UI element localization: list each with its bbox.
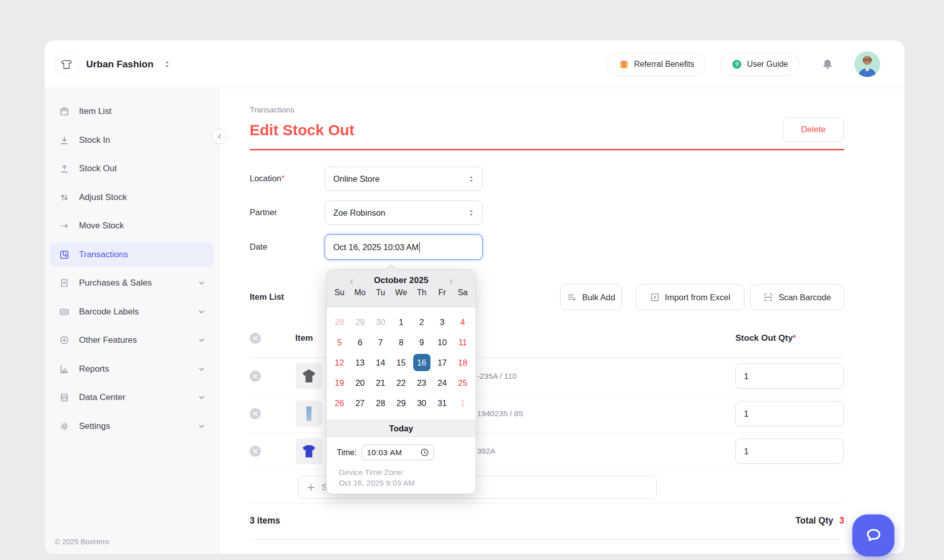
column-header-item: Item bbox=[295, 333, 313, 343]
calendar-day[interactable]: 9 bbox=[411, 332, 432, 352]
delete-button[interactable]: Delete bbox=[783, 117, 844, 142]
plus-icon bbox=[306, 483, 316, 492]
calendar-day[interactable]: 7 bbox=[370, 332, 391, 352]
sidebar-item-item-list[interactable]: Item List bbox=[50, 99, 214, 124]
calendar-day[interactable]: 4 bbox=[452, 312, 473, 332]
calendar-day[interactable]: 30 bbox=[411, 393, 432, 413]
sidebar-item-transactions[interactable]: Transactions bbox=[50, 243, 214, 267]
user-guide-button[interactable]: ? User Guide bbox=[720, 53, 800, 76]
location-select[interactable]: Online Store bbox=[325, 167, 483, 191]
item-sku: 1940235 / 85 bbox=[477, 409, 523, 418]
remove-item-button[interactable] bbox=[250, 408, 261, 419]
chevron-down-icon bbox=[198, 336, 206, 344]
calendar-day[interactable]: 22 bbox=[391, 373, 412, 393]
stock-out-qty-input[interactable] bbox=[735, 401, 844, 426]
total-qty-value: 3 bbox=[839, 515, 844, 526]
sidebar-item-stock-out[interactable]: Stock Out bbox=[50, 156, 214, 181]
remove-item-button[interactable] bbox=[250, 371, 261, 382]
item-sku: 392A bbox=[477, 447, 495, 456]
calendar-day[interactable]: 8 bbox=[391, 332, 412, 352]
sidebar-item-reports[interactable]: Reports bbox=[50, 357, 214, 381]
stock-out-qty-input[interactable] bbox=[735, 438, 844, 464]
date-value: Oct 16, 2025 10:03 AM bbox=[333, 243, 419, 252]
calendar-day[interactable]: 19 bbox=[329, 373, 350, 393]
next-month-button[interactable] bbox=[444, 275, 457, 288]
sidebar-item-label: Stock Out bbox=[79, 164, 206, 174]
date-input[interactable]: Oct 16, 2025 10:03 AM bbox=[325, 234, 483, 260]
calendar-day[interactable]: 21 bbox=[370, 373, 391, 393]
text-cursor bbox=[419, 242, 420, 253]
calendar-day[interactable]: 12 bbox=[329, 352, 350, 373]
calendar-day[interactable]: 1 bbox=[452, 393, 473, 413]
gift-icon bbox=[619, 59, 629, 69]
svg-text:X: X bbox=[653, 295, 656, 300]
today-button[interactable]: Today bbox=[327, 420, 476, 437]
partner-select[interactable]: Zoe Robinson bbox=[325, 201, 483, 225]
notifications-button[interactable] bbox=[821, 58, 834, 71]
calendar-day[interactable]: 30 bbox=[370, 312, 391, 332]
previous-month-button[interactable] bbox=[345, 275, 358, 288]
sidebar-item-move-stock[interactable]: Move Stock bbox=[50, 214, 214, 238]
sidebar-item-adjust-stock[interactable]: Adjust Stock bbox=[50, 185, 214, 210]
user-avatar[interactable] bbox=[854, 51, 880, 77]
sidebar-item-data-center[interactable]: Data Center bbox=[50, 385, 214, 410]
calendar-day[interactable]: 18 bbox=[452, 352, 473, 373]
calendar-day[interactable]: 24 bbox=[432, 373, 453, 393]
calendar-day[interactable]: 2 bbox=[411, 312, 432, 332]
calendar-day[interactable]: 20 bbox=[350, 373, 371, 393]
remove-item-button[interactable] bbox=[250, 446, 261, 457]
calendar-day[interactable]: 11 bbox=[452, 332, 473, 352]
sidebar-item-stock-in[interactable]: Stock In bbox=[50, 128, 214, 152]
calendar-day[interactable]: 28 bbox=[370, 393, 391, 413]
calendar-day[interactable]: 29 bbox=[350, 312, 371, 332]
chat-widget-button[interactable] bbox=[852, 514, 894, 556]
calendar-day[interactable]: 29 bbox=[391, 393, 412, 413]
total-qty-label: Total Qty bbox=[796, 515, 834, 526]
stock-out-qty-input[interactable] bbox=[735, 364, 844, 389]
close-icon bbox=[250, 446, 261, 457]
sidebar-item-other-features[interactable]: Other Features bbox=[50, 328, 214, 352]
calendar-day[interactable]: 15 bbox=[391, 352, 412, 373]
time-input[interactable]: 10:03 AM bbox=[362, 445, 434, 460]
calendar-day[interactable]: 6 bbox=[350, 332, 371, 352]
sidebar-item-label: Barcode Labels bbox=[79, 307, 198, 317]
bar-chart-icon bbox=[59, 364, 70, 375]
clock-icon bbox=[420, 448, 429, 457]
import-from-excel-button[interactable]: X Import from Excel bbox=[636, 284, 744, 310]
barcode-icon bbox=[59, 306, 70, 317]
item-list-section-label: Item List bbox=[250, 292, 284, 302]
bulk-add-button[interactable]: Bulk Add bbox=[560, 284, 622, 310]
calendar-day[interactable]: 28 bbox=[329, 312, 350, 332]
calendar-day[interactable]: 25 bbox=[452, 373, 473, 393]
weekday-label: Th bbox=[411, 288, 432, 304]
calendar-day-selected[interactable]: 16 bbox=[411, 352, 432, 373]
calendar-day[interactable]: 10 bbox=[432, 332, 453, 352]
calendar-weekdays: SuMoTuWeThFrSa bbox=[327, 288, 476, 304]
weekday-label: Tu bbox=[370, 288, 391, 304]
sidebar-item-barcode-labels[interactable]: Barcode Labels bbox=[50, 300, 214, 324]
calendar-day[interactable]: 3 bbox=[432, 312, 453, 332]
location-label: Location* bbox=[250, 174, 285, 183]
updown-arrows-icon bbox=[467, 209, 475, 217]
partner-label: Partner bbox=[250, 208, 277, 217]
calendar-day[interactable]: 13 bbox=[350, 352, 371, 373]
move-stock-icon bbox=[59, 220, 70, 231]
clear-all-items-button[interactable] bbox=[250, 333, 261, 344]
calendar-day[interactable]: 17 bbox=[432, 352, 453, 373]
bell-icon bbox=[821, 58, 834, 71]
calendar-day[interactable]: 1 bbox=[391, 312, 412, 332]
referral-benefits-button[interactable]: Referral Benefits bbox=[607, 53, 706, 76]
calendar-day[interactable]: 14 bbox=[370, 352, 391, 373]
question-icon: ? bbox=[732, 59, 742, 69]
calendar-day[interactable]: 31 bbox=[432, 393, 453, 413]
calendar-day[interactable]: 26 bbox=[329, 393, 350, 413]
scan-barcode-button[interactable]: Scan Barcode bbox=[750, 284, 844, 310]
sidebar-item-settings[interactable]: Settings bbox=[50, 414, 214, 438]
calendar-day[interactable]: 23 bbox=[411, 373, 432, 393]
item-list-icon bbox=[59, 106, 70, 117]
sidebar-collapse-button[interactable] bbox=[212, 129, 227, 144]
calendar-day[interactable]: 5 bbox=[329, 332, 350, 352]
sidebar-item-purchases-sales[interactable]: Purchases & Sales bbox=[50, 271, 214, 295]
company-switcher[interactable] bbox=[164, 60, 171, 69]
calendar-day[interactable]: 27 bbox=[350, 393, 371, 413]
